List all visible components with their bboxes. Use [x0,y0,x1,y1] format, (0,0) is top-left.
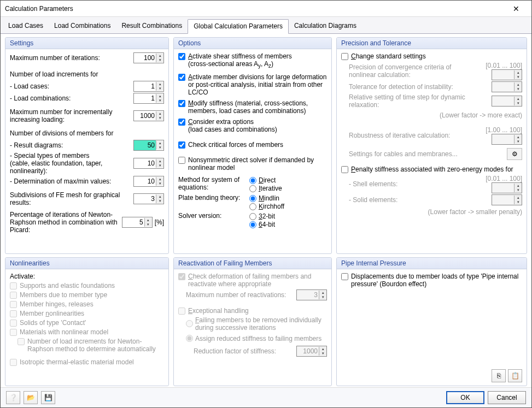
bit64-radio[interactable] [249,221,256,228]
hinges-checkbox [10,301,17,308]
maxmin-input[interactable]: ▴▾ [133,176,164,187]
result-diag-input[interactable]: ▴▾ [133,140,164,151]
cancel-button[interactable]: Cancel [488,391,526,404]
lower2: (Lower factor -> smaller penalty) [428,208,522,216]
iterative-radio[interactable] [249,185,256,192]
nonlin-title: Nonlinearities [5,258,168,269]
materials-checkbox [10,329,17,336]
tab-load-cases[interactable]: Load Cases [3,19,49,33]
large-def-label: Activate member divisions for large defo… [188,73,327,96]
titlebar: Calculation Parameters ✕ [1,1,531,17]
precision-title: Precision and Tolerance [337,38,527,49]
modify-stiff-checkbox[interactable] [178,100,185,107]
solids-checkbox [10,320,17,327]
tab-result-combinations[interactable]: Result Combinations [116,19,188,33]
instab-input: ▴▾ [492,81,522,92]
load-cases-input[interactable]: ▴▾ [133,81,164,92]
bit32-radio[interactable] [249,213,256,220]
mindlin-radio[interactable] [249,195,256,202]
save-icon[interactable]: 💾 [41,391,55,404]
instab-label: Tolerance for detection of instability: [349,83,492,91]
change-settings-checkbox[interactable] [341,53,348,60]
special-input[interactable]: ▴▾ [133,158,164,169]
solid-label: - Solid elements: [349,196,492,204]
max-react-label: Maximum number of reactivations: [186,291,296,299]
range1: [0.01 ... 100] [462,62,522,69]
picard-input[interactable]: ▴▾ [122,217,153,228]
extra-checkbox[interactable] [178,119,185,126]
spin-down-icon[interactable]: ▾ [156,58,163,62]
penalty-checkbox[interactable] [341,166,348,173]
supports-checkbox [10,282,17,289]
kirchhoff-radio[interactable] [249,203,256,210]
range2: [1.00 ... 100] [462,126,522,134]
bourdon-label: Displacements due to member loads of typ… [351,273,522,288]
cables-label: Settings for cables and membranes... [349,150,507,158]
footer: ❔ 📂 💾 OK Cancel [1,387,531,407]
penalty-label: Penalty stiffness associated with zero-e… [351,165,522,173]
dialog-body: Settings Maximum number of iterations: ▴… [1,34,531,387]
settings-panel: Settings Maximum number of iterations: ▴… [5,37,169,254]
tab-load-combinations[interactable]: Load Combinations [49,19,116,33]
precision-panel: Precision and Tolerance Change standard … [336,37,527,254]
max-react-input: ▴▾ [296,289,327,300]
large-def-checkbox[interactable] [178,74,185,81]
window-title: Calculation Parameters [5,5,505,13]
load-incr-for-label: Number of load increments for [10,70,164,78]
nonsym-checkbox[interactable] [178,157,185,164]
help-icon[interactable]: ❔ [6,391,20,404]
solid-input: ▴▾ [492,194,522,205]
exc-checkbox [178,308,185,315]
timestep-input: ▴▾ [492,96,522,107]
max-incr-label: Maximum number for incrementally increas… [10,108,133,123]
result-diag-label: - Result diagrams: [10,141,133,149]
nonlinearities-panel: Nonlinearities Activate: Supports and el… [5,257,169,387]
check-crit-label: Check critical forces of members [188,141,327,149]
react-check-checkbox [178,273,185,280]
check-crit-checkbox[interactable] [178,141,185,149]
assign-reduced-radio [186,335,193,342]
extra-label: Consider extra options(load cases and co… [188,118,327,133]
change-settings-label: Change standard settings [351,52,522,60]
picard-unit: [%] [155,218,164,226]
conv-label: Precision of convergence criteria of non… [349,63,462,79]
timestep-label: Relative setting of time step for dynami… [349,93,492,109]
special-label: - Special types of members (cable, elast… [10,152,133,175]
settings-title: Settings [5,38,168,49]
maxmin-label: - Determination of max/min values: [10,178,133,185]
open-icon[interactable]: 📂 [24,391,38,404]
max-iter-input[interactable]: ▴▾ [133,52,164,63]
dialog-window: Calculation Parameters ✕ Load Cases Load… [0,0,532,408]
max-incr-input[interactable]: ▴▾ [133,110,164,121]
shell-input: ▴▾ [492,182,522,193]
load-combos-input[interactable]: ▴▾ [133,93,164,104]
failing-remove-radio [186,320,193,327]
plate-label: Plate bending theory: [178,194,244,202]
load-cases-label: - Load cases: [10,82,133,90]
reactivation-title: Reactivation of Failing Members [174,258,331,269]
divisions-label: Number of divisions of members for [10,129,164,137]
activate-label: Activate: [10,273,164,280]
spin-up-icon[interactable]: ▴ [156,54,163,58]
shear-checkbox[interactable] [178,53,185,60]
close-icon[interactable]: ✕ [505,4,527,13]
picard-label: Percentage of iterations of Newton-Raphs… [10,211,122,234]
cables-settings-button[interactable]: ⚙ [507,148,522,160]
tab-global-calculation[interactable]: Global Calculation Parameters [188,19,289,34]
tab-calculation-diagrams[interactable]: Calculation Diagrams [289,19,362,33]
fe-mesh-input[interactable]: ▴▾ [133,193,164,204]
solver-label: Solver version: [178,212,244,220]
copy-icon[interactable]: ⎘ [492,369,506,382]
max-iter-label: Maximum number of iterations: [10,54,133,62]
paste-icon[interactable]: 📋 [508,369,522,382]
lower1: (Lower factor -> more exact) [440,111,522,119]
robust-label: Robustness of iterative calculation: [349,132,462,139]
ok-button[interactable]: OK [446,391,484,404]
range3: [0.01 ... 100] [462,175,522,182]
pipe-title: Pipe Internal Pressure [337,258,527,269]
shell-label: - Shell elements: [349,180,462,188]
options-panel: Options Activate shear stiffness of memb… [173,37,332,254]
load-combos-label: - Load combinations: [10,94,133,102]
bourdon-checkbox[interactable] [341,273,348,280]
direct-radio[interactable] [249,177,256,184]
